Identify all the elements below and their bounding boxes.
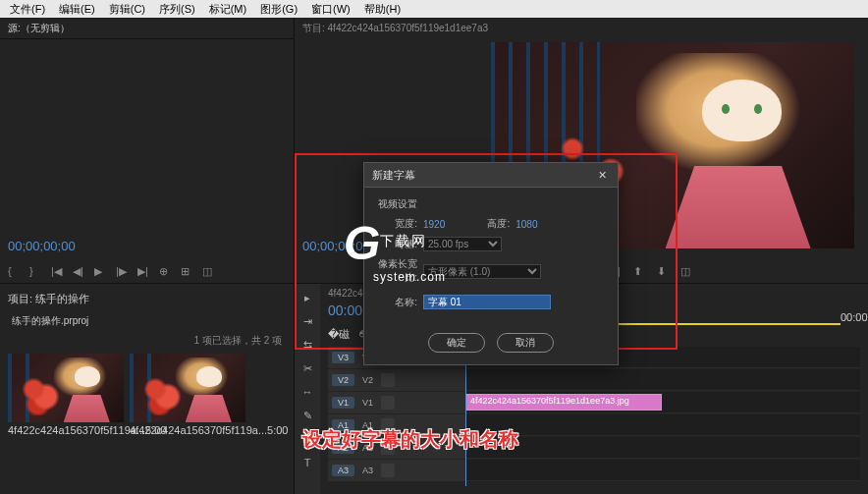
audio-track: A3A3 — [328, 460, 860, 481]
snap-icon[interactable]: �磁 — [328, 327, 350, 342]
height-label: 高度: — [470, 217, 510, 231]
menu-marker[interactable]: 标记(M) — [203, 2, 253, 17]
timebase-label: 时基: — [378, 238, 417, 251]
play-icon[interactable]: ▶ — [94, 265, 108, 279]
menu-sequence[interactable]: 序列(S) — [153, 2, 201, 17]
source-monitor: 源:（无剪辑） 00;00;00;00 { } |◀ ◀| ▶ |▶ ▶| ⊕ … — [0, 18, 295, 283]
track-lane[interactable] — [465, 437, 860, 459]
track-lane[interactable] — [465, 414, 860, 436]
ripple-tool-icon[interactable]: ⇆ — [299, 337, 315, 353]
project-tab[interactable]: 项目: 练手的操作 — [8, 292, 89, 306]
pen-tool-icon[interactable]: ✎ — [299, 408, 315, 423]
bin-item[interactable]: 4f422c424a156370f5f119a...5:00 — [130, 354, 245, 438]
step-back-icon[interactable]: ◀| — [73, 265, 86, 279]
playhead[interactable] — [465, 347, 466, 486]
height-field[interactable]: 1080 — [515, 219, 537, 230]
toggle-output-icon[interactable] — [381, 396, 395, 410]
bin-name: 4f422c424a156370f5f119a... — [130, 424, 267, 436]
track-lane[interactable] — [465, 460, 860, 481]
annotation-text: 设定好字幕的大小和名称 — [302, 426, 518, 453]
go-in-icon[interactable]: |◀ — [51, 265, 65, 279]
selection-tool-icon[interactable]: ▸ — [299, 290, 315, 305]
close-icon[interactable]: ✕ — [594, 167, 610, 183]
project-status: 1 项已选择，共 2 项 — [4, 332, 290, 350]
bin-item[interactable]: 4f422c424a156370f5f119a...5:00 — [8, 354, 124, 438]
dialog-title: 新建字幕 — [372, 168, 415, 183]
bin-duration: 5:00 — [267, 424, 288, 436]
track-lane[interactable]: 4f422c424a156370f5f119e1d1ee7a3.jpg — [465, 392, 860, 413]
section-label: 视频设置 — [378, 197, 604, 211]
menu-window[interactable]: 窗口(W) — [305, 2, 356, 17]
menu-edit[interactable]: 编辑(E) — [53, 2, 101, 17]
extract-icon[interactable]: ⬇ — [657, 265, 671, 279]
name-input[interactable] — [423, 295, 551, 309]
project-panel: 项目: 练手的操作 练手的操作.prproj 1 项已选择，共 2 项 4f42… — [0, 284, 295, 494]
cancel-button[interactable]: 取消 — [497, 333, 554, 353]
go-out-icon[interactable]: ▶| — [137, 265, 151, 279]
program-timecode[interactable]: 00;00;00;00 — [302, 239, 370, 253]
width-field[interactable]: 1920 — [423, 219, 445, 230]
new-title-dialog: 新建字幕 ✕ 视频设置 宽度: 1920 高度: 1080 时基: 25.00 … — [363, 162, 619, 365]
video-track: V2V2 — [328, 369, 860, 391]
track-select-tool-icon[interactable]: ⇥ — [299, 313, 315, 329]
timebase-select[interactable]: 25.00 fps — [423, 237, 502, 251]
razor-tool-icon[interactable]: ✂ — [299, 360, 315, 376]
name-label: 名称: — [378, 296, 417, 309]
menu-clip[interactable]: 剪辑(C) — [103, 2, 151, 17]
mark-out-icon[interactable]: } — [29, 265, 43, 279]
track-target[interactable]: V2 — [332, 374, 354, 386]
par-select[interactable]: 方形像素 (1.0) — [423, 264, 541, 279]
width-label: 宽度: — [378, 217, 417, 231]
ok-button[interactable]: 确定 — [428, 333, 485, 353]
timeline-clip[interactable]: 4f422c424a156370f5f119e1d1ee7a3.jpg — [465, 394, 662, 411]
step-fwd-icon[interactable]: |▶ — [116, 265, 130, 279]
mark-in-icon[interactable]: { — [8, 265, 22, 279]
export-frame-icon[interactable]: ◫ — [202, 265, 216, 279]
track-lane[interactable] — [465, 369, 860, 391]
source-transport: { } |◀ ◀| ▶ |▶ ▶| ⊕ ⊞ ◫ — [8, 265, 286, 279]
toggle-output-icon[interactable] — [381, 373, 395, 387]
tool-palette: ▸ ⇥ ⇆ ✂ ↔ ✎ ✋ T — [295, 284, 320, 494]
mute-icon[interactable] — [381, 464, 395, 477]
time-mark: 00:00:05:00 — [841, 311, 868, 323]
insert-icon[interactable]: ⊕ — [159, 265, 173, 279]
menu-bar: 文件(F) 编辑(E) 剪辑(C) 序列(S) 标记(M) 图形(G) 窗口(W… — [0, 0, 868, 18]
source-timecode[interactable]: 00;00;00;00 — [8, 239, 76, 253]
menu-help[interactable]: 帮助(H) — [358, 2, 407, 17]
source-tab[interactable]: 源:（无剪辑） — [8, 22, 70, 35]
export-frame-icon[interactable]: ◫ — [680, 265, 694, 279]
type-tool-icon[interactable]: T — [299, 455, 315, 470]
menu-file[interactable]: 文件(F) — [4, 2, 51, 17]
track-target[interactable]: V1 — [332, 397, 354, 409]
par-label: 像素长宽比: — [378, 257, 417, 285]
video-track: V1V1 4f422c424a156370f5f119e1d1ee7a3.jpg — [328, 392, 860, 413]
overwrite-icon[interactable]: ⊞ — [181, 265, 194, 279]
menu-graphics[interactable]: 图形(G) — [254, 2, 303, 17]
track-target[interactable]: A3 — [332, 465, 354, 476]
project-file: 练手的操作.prproj — [4, 310, 290, 332]
bin-name: 4f422c424a156370f5f119a... — [8, 424, 145, 436]
track-target[interactable]: V3 — [332, 352, 354, 363]
program-title: 节目: 4f422c424a156370f5f119e1d1ee7a3 — [295, 18, 868, 39]
lift-icon[interactable]: ⬆ — [633, 265, 647, 279]
slip-tool-icon[interactable]: ↔ — [299, 384, 315, 400]
